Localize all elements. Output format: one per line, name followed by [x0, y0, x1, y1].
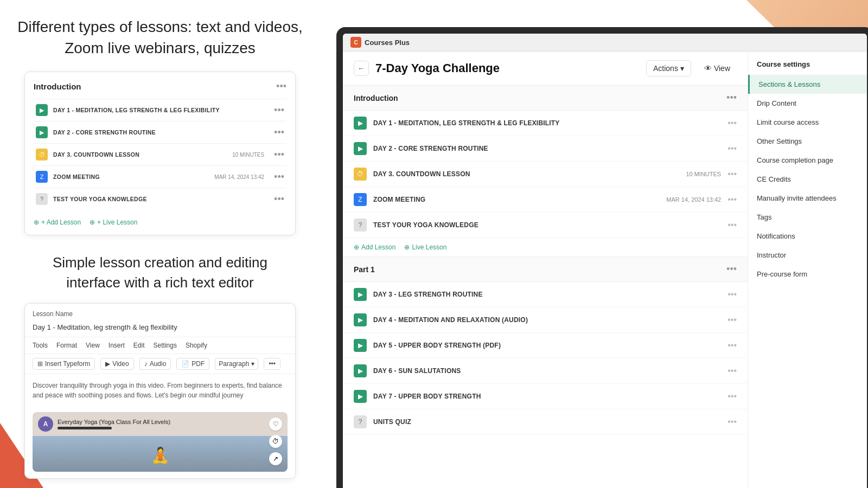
settings-item-ce-credits[interactable]: CE Credits [748, 170, 867, 189]
audio-button[interactable]: ♪ Audio [139, 358, 171, 370]
video-icon: ▶ [354, 390, 367, 403]
lesson-name: TEST YOUR YOGA KNOWLEDGE [53, 196, 269, 202]
settings-item-tags[interactable]: Tags [748, 208, 867, 227]
section-menu-dots[interactable]: ••• [276, 81, 286, 92]
toolbar-view[interactable]: View [86, 342, 100, 349]
lesson-dots[interactable]: ••• [727, 118, 737, 128]
lesson-dots[interactable]: ••• [727, 391, 737, 401]
pdf-button[interactable]: 📄 PDF [176, 358, 209, 370]
settings-item-notifications[interactable]: Notifications [748, 227, 867, 246]
share-icon[interactable]: ↗ [269, 452, 282, 465]
section-dots[interactable]: ••• [726, 92, 737, 104]
add-lesson-button[interactable]: ⊕ + Add Lesson [34, 219, 81, 226]
lesson-dots[interactable]: ••• [727, 290, 737, 299]
video-header: A Everyday Yoga (Yoga Class For All Leve… [33, 412, 288, 436]
video-progress-bar [58, 427, 112, 429]
lesson-menu-dots[interactable]: ••• [274, 105, 284, 116]
toolbar-tools[interactable]: Tools [33, 342, 48, 349]
lesson-dots[interactable]: ••• [727, 366, 737, 376]
settings-item-limit-access[interactable]: Limit course access [748, 113, 867, 132]
lesson-dots[interactable]: ••• [727, 341, 737, 350]
settings-item-sections-lessons[interactable]: Sections & Lessons [748, 75, 867, 94]
table-row: ▶ DAY 2 - CORE STRENGTH ROUTINE ••• [343, 136, 748, 162]
live-lesson-button[interactable]: ⊕ Live Lesson [404, 243, 446, 251]
quiz-icon: ? [354, 415, 367, 428]
settings-sidebar: Course settings Sections & Lessons Drip … [748, 52, 867, 488]
video-icon: ▶ [354, 313, 367, 326]
insert-typeform-button[interactable]: ⊞ Insert Typeform [33, 358, 95, 370]
settings-item-invite-attendees[interactable]: Manually invite attendees [748, 189, 867, 208]
lesson-dots[interactable]: ••• [727, 417, 737, 427]
settings-item-completion-page[interactable]: Course completion page [748, 151, 867, 170]
lesson-menu-dots[interactable]: ••• [274, 171, 284, 183]
plus-circle-icon: ⊕ [90, 219, 95, 226]
quiz-icon: ? [36, 193, 48, 205]
video-icon: ▶ [354, 364, 367, 377]
editor-toolbar-top: Tools Format View Insert Edit Settings S… [25, 337, 295, 354]
video-icon: ▶ [36, 104, 48, 116]
lesson-dots[interactable]: ••• [727, 315, 737, 325]
video-icon: ▶ [36, 126, 48, 138]
toolbar-insert[interactable]: Insert [108, 342, 125, 349]
section-title-intro: Introduction [354, 94, 721, 102]
toolbar-edit[interactable]: Edit [133, 342, 145, 349]
typeform-icon: ⊞ [37, 360, 43, 368]
lesson-name: ZOOM MEETING [53, 174, 209, 180]
lesson-meta: MAR 14, 2024 13:42 [666, 196, 721, 203]
quiz-icon: ? [354, 219, 367, 232]
laptop-outer: C Courses Plus ← 7-Day Yoga Challenge Ac… [336, 27, 868, 488]
toolbar-format[interactable]: Format [56, 342, 77, 349]
video-button[interactable]: ▶ Video [100, 358, 133, 370]
settings-item-drip-content[interactable]: Drip Content [748, 94, 867, 113]
actions-button[interactable]: Actions ▾ [646, 60, 691, 76]
lesson-menu-dots[interactable]: ••• [274, 194, 284, 205]
lesson-dots[interactable]: ••• [727, 195, 737, 204]
left-panel: Different types of lessons: text and vid… [0, 0, 320, 488]
editor-toolbar-bottom: ⊞ Insert Typeform ▶ Video ♪ Audio 📄 PDF … [25, 354, 295, 374]
card-section-title: Introduction [34, 82, 81, 91]
table-row: Z ZOOM MEETING MAR 14, 2024 13:42 ••• [343, 187, 748, 213]
settings-item-pre-course-form[interactable]: Pre-course form [748, 265, 867, 284]
heart-icon[interactable]: ♡ [269, 418, 282, 431]
app-content: ← 7-Day Yoga Challenge Actions ▾ 👁 View [343, 52, 867, 488]
lesson-name-label: Lesson Name [25, 304, 295, 320]
add-lesson-button[interactable]: ⊕ Add Lesson [354, 243, 395, 251]
lesson-card: Introduction ••• ▶ DAY 1 - MEDITATION, L… [24, 72, 296, 235]
live-lesson-button[interactable]: ⊕ + Live Lesson [90, 219, 137, 226]
lesson-dots[interactable]: ••• [727, 220, 737, 230]
table-row: ▶ DAY 3 - LEG STRENGTH ROUTINE ••• [343, 282, 748, 307]
clock-icon[interactable]: ⏱ [269, 435, 282, 448]
lesson-menu-dots[interactable]: ••• [274, 149, 284, 160]
section-header-part1: Part 1 ••• [343, 257, 748, 282]
view-button[interactable]: 👁 View [698, 61, 737, 76]
toolbar-shopify[interactable]: Shopify [186, 342, 207, 349]
section-dots[interactable]: ••• [726, 264, 737, 275]
settings-item-instructor[interactable]: Instructor [748, 246, 867, 265]
table-row: ⏱ DAY 3. COUNTDOWN LESSON 10 MINUTES ••• [343, 162, 748, 187]
list-item: ⏱ DAY 3. COUNTDOWN LESSON 10 MINUTES ••• [34, 143, 286, 165]
section-title-part1: Part 1 [354, 265, 721, 274]
section-footer-intro: ⊕ Add Lesson ⊕ Live Lesson [343, 238, 748, 257]
lesson-meta: 10 MINUTES [686, 171, 721, 177]
lesson-name-input[interactable]: Day 1 - Meditation, leg strength & leg f… [25, 320, 295, 337]
course-main: ← 7-Day Yoga Challenge Actions ▾ 👁 View [343, 52, 748, 488]
lesson-name: UNITS QUIZ [373, 418, 721, 426]
paragraph-select[interactable]: Paragraph ▾ [215, 358, 258, 370]
course-header: ← 7-Day Yoga Challenge Actions ▾ 👁 View [343, 52, 748, 86]
table-row: ? TEST YOUR YOGA KNOWLEDGE ••• [343, 213, 748, 238]
editor-content[interactable]: Discover tranquility through yoga in thi… [25, 374, 295, 407]
lesson-name: DAY 5 - UPPER BODY STRENGTH (PDF) [373, 342, 721, 349]
settings-item-other-settings[interactable]: Other Settings [748, 132, 867, 151]
lesson-dots[interactable]: ••• [727, 169, 737, 179]
back-button[interactable]: ← [354, 61, 369, 76]
lesson-meta: MAR 14, 2024 13:42 [214, 174, 264, 180]
lesson-name: DAY 1 - MEDITATION, LEG STRENGTH & LEG F… [373, 119, 721, 127]
editor-card: Lesson Name Day 1 - Meditation, leg stre… [24, 303, 296, 479]
video-icon: ▶ [354, 339, 367, 352]
toolbar-settings[interactable]: Settings [154, 342, 177, 349]
lesson-menu-dots[interactable]: ••• [274, 127, 284, 138]
lesson-dots[interactable]: ••• [727, 144, 737, 153]
lesson-name: DAY 3 - LEG STRENGTH ROUTINE [373, 291, 721, 298]
more-options-button[interactable]: ••• [264, 358, 280, 370]
pdf-icon: 📄 [181, 360, 189, 368]
